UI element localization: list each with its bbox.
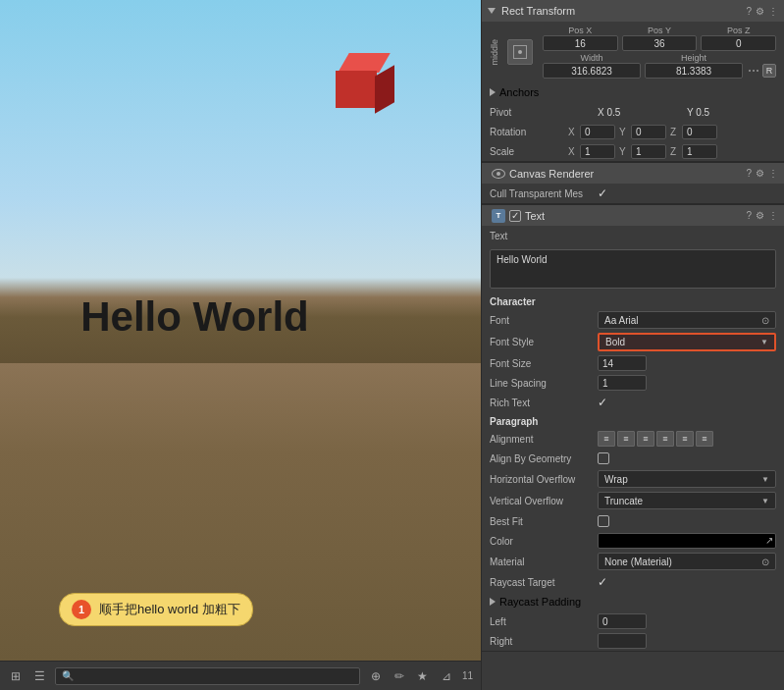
text-field-label: Text — [490, 231, 598, 241]
pos-z-value[interactable]: 0 — [701, 35, 776, 51]
vert-overflow-value: Truncate — [604, 496, 643, 506]
canvas-renderer-header: Canvas Renderer ? ⚙ ⋮ — [482, 162, 784, 184]
align-by-geo-toggle[interactable] — [598, 452, 609, 464]
text-question-icon[interactable]: ? — [746, 210, 752, 221]
pos-x-field: Pos X 16 — [543, 26, 618, 51]
text-component-title: Text — [525, 210, 742, 222]
rot-x-axis: X — [568, 127, 578, 137]
viewport-panel: Hello World 1 顺手把hello world 加粗下 ⊞ ☰ 🔍 ⊕… — [0, 0, 481, 690]
rotation-y-value[interactable]: 0 — [631, 125, 666, 139]
scale-z-value[interactable]: 1 — [682, 144, 717, 159]
rotation-x-value[interactable]: 0 — [580, 125, 615, 139]
anchor-widget[interactable] — [507, 39, 533, 65]
raycast-padding-header[interactable]: Raycast Padding — [490, 594, 776, 610]
more-icon[interactable]: ⋮ — [768, 6, 778, 17]
collapse-triangle[interactable] — [488, 8, 496, 14]
align-left-btn[interactable]: ≡ — [598, 431, 615, 447]
rich-text-checkmark[interactable]: ✓ — [598, 396, 607, 409]
scale-y-value[interactable]: 1 — [631, 144, 666, 159]
raycast-target-checkmark[interactable]: ✓ — [598, 575, 607, 589]
pivot-x-value[interactable]: X 0.5 — [598, 107, 687, 118]
material-field: None (Material) ⊙ — [598, 553, 776, 570]
rich-text-label: Rich Text — [490, 398, 598, 408]
layer-count: 11 — [462, 670, 473, 681]
constrain-proportions-icon[interactable]: ⋯ — [747, 64, 760, 78]
pivot-y-value[interactable]: Y 0.5 — [687, 107, 776, 118]
rotation-label: Rotation — [490, 127, 568, 137]
canvas-more-icon[interactable]: ⋮ — [768, 168, 778, 179]
raycast-target-label: Raycast Target — [490, 577, 598, 588]
raycast-padding-label: Raycast Padding — [499, 596, 581, 608]
cull-row: Cull Transparent Mes ✓ — [482, 184, 784, 203]
best-fit-toggle[interactable] — [598, 515, 609, 527]
text-more-icon[interactable]: ⋮ — [768, 210, 778, 221]
header-icons: ? ⚙ ⋮ — [746, 6, 778, 17]
right-row: Right — [482, 631, 784, 651]
canvas-renderer-title: Canvas Renderer — [509, 168, 742, 180]
eye-icon[interactable] — [492, 169, 505, 179]
font-style-dropdown[interactable]: Bold ▼ — [598, 333, 776, 351]
pos-x-value[interactable]: 16 — [543, 35, 618, 51]
horiz-overflow-dropdown[interactable]: Wrap ▼ — [598, 470, 776, 488]
canvas-settings-icon[interactable]: ⚙ — [756, 168, 764, 179]
text-settings-icon[interactable]: ⚙ — [756, 210, 764, 221]
search-bar[interactable]: 🔍 — [55, 667, 360, 685]
vert-overflow-arrow: ▼ — [761, 497, 769, 505]
font-circle-btn[interactable]: ⊙ — [761, 315, 769, 326]
canvas-header-icons: ? ⚙ ⋮ — [746, 168, 778, 179]
align-center-btn[interactable]: ≡ — [617, 431, 635, 447]
anchors-header[interactable]: Anchors — [490, 84, 776, 100]
rotation-z-value[interactable]: 0 — [682, 125, 717, 139]
vert-overflow-dropdown[interactable]: Truncate ▼ — [598, 492, 776, 509]
align-right-btn[interactable]: ≡ — [637, 431, 654, 447]
material-value: None (Material) — [604, 557, 672, 567]
align-middle-btn[interactable]: ≡ — [676, 431, 694, 447]
list-icon[interactable]: ☰ — [31, 668, 47, 684]
font-field[interactable]: Aa Arial ⊙ — [598, 311, 776, 329]
raycast-padding-triangle — [490, 598, 496, 606]
height-label: Height — [645, 53, 743, 63]
best-fit-label: Best Fit — [490, 516, 598, 527]
text-component-section: T ✓ Text ? ⚙ ⋮ Text Hello World Characte… — [482, 204, 784, 652]
right-input[interactable] — [598, 633, 647, 649]
font-style-arrow: ▼ — [760, 338, 768, 346]
move-icon[interactable]: ⊕ — [368, 668, 384, 684]
settings-icon[interactable]: ⚙ — [756, 6, 764, 17]
grid-icon[interactable]: ⊞ — [8, 668, 24, 684]
line-spacing-row: Line Spacing 1 — [482, 373, 784, 393]
material-circle-btn[interactable]: ⊙ — [761, 557, 769, 567]
pos-z-field: Pos Z 0 — [701, 26, 776, 51]
font-size-input[interactable]: 14 — [598, 355, 647, 371]
width-value[interactable]: 316.6823 — [543, 63, 641, 79]
text-enable-toggle[interactable]: ✓ — [509, 210, 521, 222]
scene-view[interactable]: Hello World 1 顺手把hello world 加粗下 — [0, 0, 481, 661]
r-button[interactable]: R — [762, 64, 776, 78]
position-row: middle Pos X 16 Pos Y 36 — [482, 22, 784, 82]
viewport-toolbar: ⊞ ☰ 🔍 ⊕ ✏ ★ ⊿ 11 — [0, 661, 481, 690]
canvas-question-icon[interactable]: ? — [746, 168, 752, 179]
text-textarea[interactable]: Hello World — [490, 249, 776, 289]
layers-icon[interactable]: ⊿ — [439, 668, 454, 684]
height-value[interactable]: 81.3383 — [645, 63, 743, 79]
height-field: Height 81.3383 — [645, 53, 743, 79]
font-style-value: Bold — [605, 337, 625, 347]
left-input[interactable]: 0 — [598, 613, 647, 629]
star-icon[interactable]: ★ — [415, 668, 431, 684]
pos-y-value[interactable]: 36 — [622, 35, 698, 51]
line-spacing-input[interactable]: 1 — [598, 375, 647, 391]
scale-label: Scale — [490, 146, 568, 157]
text-enable-check: ✓ — [511, 211, 519, 221]
color-field[interactable]: ↗ — [598, 533, 776, 549]
align-top-btn[interactable]: ≡ — [656, 431, 674, 447]
scale-x-value[interactable]: 1 — [580, 144, 615, 159]
paint-icon[interactable]: ✏ — [392, 668, 407, 684]
cube-top-face — [338, 53, 391, 73]
left-label: Left — [490, 616, 598, 627]
hello-world-scene-text: Hello World — [80, 293, 309, 341]
rect-transform-title: Rect Transform — [501, 5, 742, 17]
canvas-renderer-section: Canvas Renderer ? ⚙ ⋮ Cull Transparent M… — [482, 162, 784, 204]
scale-z-field: Z 1 — [670, 144, 717, 159]
align-bottom-btn[interactable]: ≡ — [696, 431, 713, 447]
question-icon[interactable]: ? — [746, 6, 752, 17]
cull-checkmark[interactable]: ✓ — [598, 186, 607, 200]
